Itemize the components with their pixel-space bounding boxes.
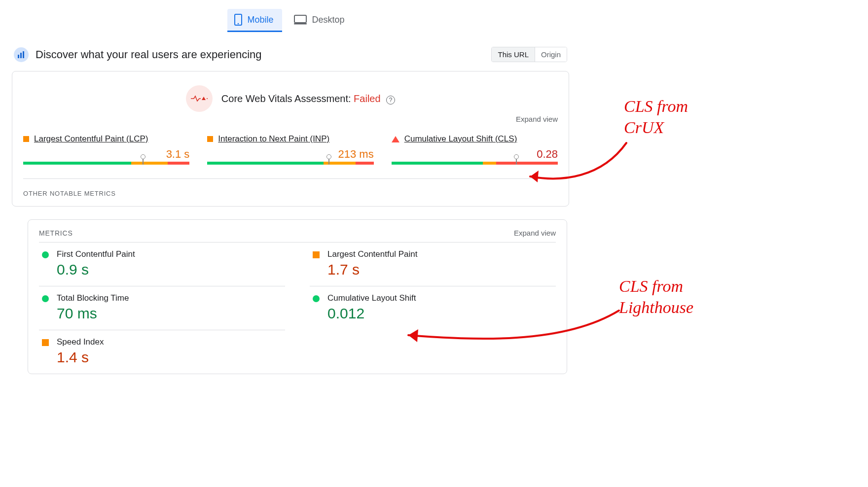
mobile-icon bbox=[234, 14, 242, 26]
lh-metric-lcp: Largest Contentful Paint 1.7 s bbox=[310, 243, 556, 286]
assessment-label: Core Web Vitals Assessment: bbox=[221, 93, 354, 104]
vital-cls-value: 0.28 bbox=[392, 148, 558, 161]
vital-inp-name[interactable]: Interaction to Next Paint (INP) bbox=[218, 134, 329, 144]
lh-metric-cls: Cumulative Layout Shift 0.012 bbox=[310, 286, 556, 330]
lh-metric-si: Speed Index 1.4 s bbox=[39, 330, 285, 374]
square-icon bbox=[313, 251, 320, 258]
lh-tbt-value: 70 ms bbox=[57, 305, 129, 322]
scope-this-url[interactable]: This URL bbox=[492, 47, 535, 62]
circle-icon bbox=[42, 251, 49, 258]
lh-fcp-label: First Contentful Paint bbox=[57, 249, 135, 259]
lh-lcp-label: Largest Contentful Paint bbox=[327, 249, 417, 259]
lh-expand-view[interactable]: Expand view bbox=[514, 229, 556, 237]
assessment-badge-icon bbox=[186, 85, 213, 112]
tab-desktop-label: Desktop bbox=[312, 15, 344, 25]
scope-origin[interactable]: Origin bbox=[535, 47, 567, 62]
assessment-text: Core Web Vitals Assessment: Failed ? bbox=[221, 93, 395, 104]
circle-icon bbox=[42, 295, 49, 302]
svg-marker-7 bbox=[202, 97, 206, 100]
svg-rect-5 bbox=[20, 53, 22, 58]
discover-title: Discover what your real users are experi… bbox=[36, 48, 484, 61]
lh-fcp-value: 0.9 s bbox=[57, 261, 135, 278]
discover-icon bbox=[14, 47, 29, 62]
vital-cls: Cumulative Layout Shift (CLS) 0.28 bbox=[392, 134, 558, 165]
vital-cls-bar bbox=[392, 162, 558, 165]
lh-si-label: Speed Index bbox=[57, 337, 104, 347]
lh-metric-fcp: First Contentful Paint 0.9 s bbox=[39, 243, 285, 286]
vital-cls-name[interactable]: Cumulative Layout Shift (CLS) bbox=[404, 134, 517, 144]
other-notable-metrics-label: OTHER NOTABLE METRICS bbox=[23, 190, 558, 197]
svg-point-8 bbox=[207, 98, 208, 99]
vital-inp: Interaction to Next Paint (INP) 213 ms bbox=[207, 134, 373, 165]
annotation-lh: CLS from Lighthouse bbox=[619, 276, 693, 318]
scope-segmented: This URL Origin bbox=[491, 47, 567, 62]
desktop-icon bbox=[294, 15, 307, 25]
vitals-row: Largest Contentful Paint (LCP) 3.1 s Int… bbox=[23, 134, 558, 179]
lh-title: METRICS bbox=[39, 229, 73, 237]
tab-mobile-label: Mobile bbox=[247, 15, 273, 25]
lh-cls-label: Cumulative Layout Shift bbox=[327, 293, 416, 303]
crux-card: Core Web Vitals Assessment: Failed ? Exp… bbox=[12, 71, 569, 207]
circle-icon bbox=[313, 295, 320, 302]
svg-rect-6 bbox=[23, 51, 24, 58]
svg-rect-3 bbox=[294, 23, 307, 25]
lh-tbt-label: Total Blocking Time bbox=[57, 293, 129, 303]
lh-lcp-value: 1.7 s bbox=[327, 261, 417, 278]
device-tabs: Mobile Desktop bbox=[12, 9, 569, 32]
svg-point-1 bbox=[238, 23, 239, 25]
vital-inp-bar bbox=[207, 162, 373, 165]
square-icon bbox=[207, 136, 213, 142]
assessment-status: Failed bbox=[354, 93, 380, 104]
svg-rect-2 bbox=[294, 15, 306, 23]
svg-rect-4 bbox=[18, 55, 19, 58]
vital-lcp: Largest Contentful Paint (LCP) 3.1 s bbox=[23, 134, 189, 165]
help-icon[interactable]: ? bbox=[386, 96, 395, 104]
tab-desktop[interactable]: Desktop bbox=[287, 9, 353, 32]
assessment-row: Core Web Vitals Assessment: Failed ? bbox=[23, 85, 558, 112]
tab-mobile[interactable]: Mobile bbox=[227, 9, 282, 32]
lh-metric-tbt: Total Blocking Time 70 ms bbox=[39, 286, 285, 330]
lighthouse-card: METRICS Expand view First Contentful Pai… bbox=[28, 219, 567, 374]
lh-cls-value: 0.012 bbox=[327, 305, 416, 322]
square-icon bbox=[23, 136, 29, 142]
discover-header: Discover what your real users are experi… bbox=[12, 47, 569, 62]
vital-inp-value: 213 ms bbox=[207, 148, 373, 161]
square-icon bbox=[42, 339, 49, 346]
lh-si-value: 1.4 s bbox=[57, 349, 104, 366]
vital-lcp-name[interactable]: Largest Contentful Paint (LCP) bbox=[34, 134, 148, 144]
triangle-icon bbox=[392, 136, 399, 142]
vital-lcp-bar bbox=[23, 162, 189, 165]
vital-lcp-value: 3.1 s bbox=[23, 148, 189, 161]
annotation-crux: CLS from CrUX bbox=[624, 96, 688, 138]
crux-expand-view[interactable]: Expand view bbox=[23, 115, 558, 123]
